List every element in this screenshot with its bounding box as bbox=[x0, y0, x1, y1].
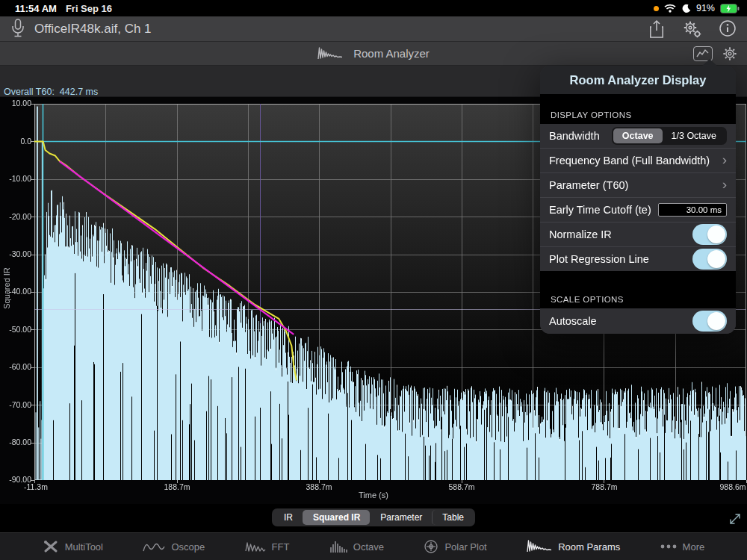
frequency-band-row[interactable]: Frequency Band (Full Bandwidth) › bbox=[540, 148, 736, 172]
autoscale-toggle[interactable] bbox=[692, 311, 727, 332]
section-display-options: DISPLAY OPTIONS bbox=[540, 94, 736, 124]
octave-bars-icon bbox=[329, 541, 347, 553]
popover-arrow bbox=[701, 59, 718, 66]
y-tick: -30.00 bbox=[0, 249, 31, 258]
module-bar: Room Analyzer bbox=[0, 42, 747, 66]
oscope-sine-icon bbox=[143, 541, 165, 553]
early-time-cutoff-label: Early Time Cutoff (te) bbox=[549, 204, 651, 216]
toolbar-label: Octave bbox=[353, 541, 384, 553]
impulse-waveform-icon bbox=[317, 46, 343, 61]
toolbar-item-oscope[interactable]: Oscope bbox=[143, 541, 205, 553]
room-analyzer-app: 11:54 AM Fri Sep 16 91% OfficeIR48k.aif,… bbox=[0, 0, 747, 560]
tab-table[interactable]: Table bbox=[432, 510, 474, 525]
tab-squared-ir[interactable]: Squared IR bbox=[303, 510, 370, 525]
parameter-label: Parameter (T60) bbox=[549, 179, 628, 191]
wifi-icon bbox=[664, 4, 676, 13]
toolbar-item-fft[interactable]: FFT bbox=[245, 541, 290, 553]
toolbar-item-room-params[interactable]: Room Params bbox=[527, 539, 620, 554]
y-tick: -60.00 bbox=[0, 362, 31, 371]
autoscale-label: Autoscale bbox=[549, 315, 597, 327]
early-time-cutoff-row: Early Time Cutoff (te) 30.00 ms bbox=[540, 197, 736, 222]
multitool-icon bbox=[43, 540, 59, 553]
normalize-ir-label: Normalize IR bbox=[549, 228, 612, 240]
date: Fri Sep 16 bbox=[66, 3, 112, 14]
early-time-cutoff-field[interactable]: 30.00 ms bbox=[658, 203, 727, 217]
y-tick: -50.00 bbox=[0, 325, 31, 334]
normalize-ir-toggle[interactable] bbox=[692, 224, 727, 245]
mic-in-use-indicator bbox=[654, 6, 659, 11]
microphone-icon[interactable] bbox=[9, 18, 27, 39]
popover-title: Room Analyzer Display bbox=[540, 66, 736, 94]
toolbar-label: Polar Plot bbox=[444, 541, 486, 553]
tab-parameter[interactable]: Parameter bbox=[370, 510, 432, 525]
toolbar-label: Room Params bbox=[558, 541, 620, 553]
room-analyzer-display-popover: Room Analyzer Display DISPLAY OPTIONS Ba… bbox=[540, 66, 736, 334]
parameter-row[interactable]: Parameter (T60) › bbox=[540, 172, 736, 197]
normalize-ir-row: Normalize IR bbox=[540, 222, 736, 246]
page-title: OfficeIR48k.aif, Ch 1 bbox=[34, 22, 152, 37]
bandwidth-octave-option[interactable]: Octave bbox=[613, 128, 663, 143]
section-scale-options: SCALE OPTIONS bbox=[540, 271, 736, 308]
tab-ir[interactable]: IR bbox=[273, 510, 303, 525]
y-axis-title: Squared IR bbox=[2, 258, 11, 318]
y-tick: -10.00 bbox=[0, 174, 31, 183]
bandwidth-label: Bandwidth bbox=[549, 130, 600, 142]
toolbar-item-multitool[interactable]: MultiTool bbox=[43, 540, 103, 553]
battery-charging-icon bbox=[720, 4, 740, 13]
toolbar-label: More bbox=[683, 541, 705, 553]
y-tick: 10.00 bbox=[0, 99, 31, 108]
more-ellipsis-icon bbox=[660, 544, 677, 549]
toolbar-item-polar-plot[interactable]: Polar Plot bbox=[424, 539, 486, 554]
chevron-right-icon: › bbox=[722, 152, 727, 167]
bandwidth-row: Bandwidth Octave 1/3 Octave bbox=[540, 124, 736, 148]
toolbar-label: FFT bbox=[272, 541, 290, 553]
room-params-impulse-icon bbox=[527, 539, 552, 554]
status-bar: 11:54 AM Fri Sep 16 91% bbox=[0, 0, 747, 16]
share-icon[interactable] bbox=[648, 19, 665, 39]
plot-regression-toggle[interactable] bbox=[692, 249, 727, 270]
y-tick: -20.00 bbox=[0, 212, 31, 221]
info-icon[interactable] bbox=[719, 19, 737, 39]
clock: 11:54 AM bbox=[15, 3, 57, 14]
plot-regression-row: Plot Regression Line bbox=[540, 246, 736, 271]
toolbar-label: MultiTool bbox=[65, 541, 103, 553]
plot-regression-label: Plot Regression Line bbox=[549, 253, 649, 265]
battery-percent: 91% bbox=[696, 3, 715, 13]
autoscale-row: Autoscale bbox=[540, 308, 736, 334]
toolbar-label: Oscope bbox=[171, 541, 205, 553]
chevron-right-icon: › bbox=[722, 177, 727, 191]
bottom-toolbar: MultiTool Oscope FFT Octave Polar Plot R… bbox=[0, 532, 747, 560]
do-not-disturb-moon-icon bbox=[681, 4, 691, 13]
module-title: Room Analyzer bbox=[353, 47, 430, 60]
frequency-band-label: Frequency Band (Full Bandwidth) bbox=[549, 155, 710, 167]
toolbar-item-more[interactable]: More bbox=[660, 541, 705, 553]
toolbar-item-octave[interactable]: Octave bbox=[329, 541, 384, 553]
module-settings-gear-icon[interactable] bbox=[722, 46, 738, 62]
fft-icon bbox=[245, 541, 266, 553]
settings-gears-icon[interactable] bbox=[681, 19, 702, 39]
y-tick: -70.00 bbox=[0, 400, 31, 409]
y-tick: 0.0 bbox=[0, 137, 31, 146]
view-tabs: IR Squared IR Parameter Table bbox=[0, 508, 747, 526]
y-tick: -80.00 bbox=[0, 438, 31, 447]
x-axis-title: Time (s) bbox=[0, 491, 747, 500]
bandwidth-third-octave-option[interactable]: 1/3 Octave bbox=[663, 128, 725, 143]
polar-plot-icon bbox=[424, 539, 438, 554]
title-bar: OfficeIR48k.aif, Ch 1 bbox=[0, 16, 747, 42]
